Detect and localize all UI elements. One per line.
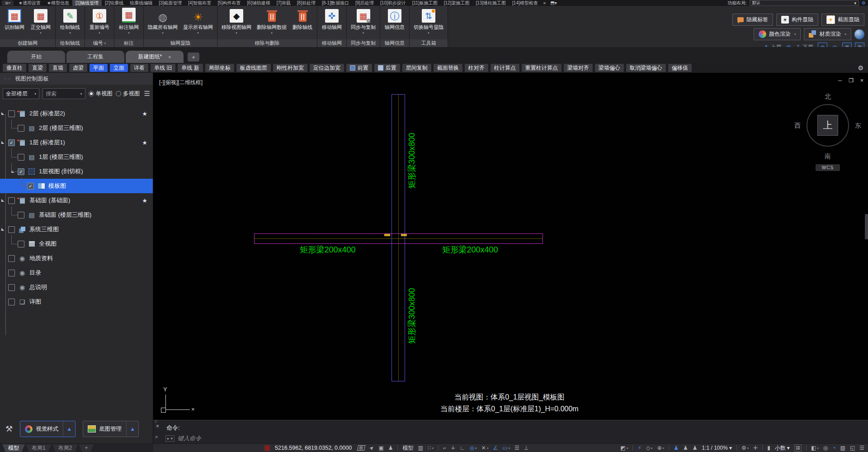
base-map-button[interactable]: 底图管理 ▲ [83,421,139,437]
ortho-grid-button[interactable]: ▦正交轴网▾ [30,8,51,35]
expand-up-icon[interactable]: ▲ [127,426,138,432]
coordinate-display[interactable]: 5216.5962, 6819.0352, 0.0000 [275,445,352,451]
visibility-checkbox[interactable] [18,212,24,219]
material-render-button[interactable]: 材质渲染▾ [804,28,851,40]
toolbar-button-柱计算点[interactable]: 柱计算点 [491,64,519,72]
navigation-compass[interactable]: 北 南 西 东 上 WCS [790,92,866,173]
tree-item-1层楼层三维图[interactable]: ▤1层 (楼层三维图) [0,150,153,164]
visibility-checkbox[interactable]: ✓ [8,139,15,146]
rect-mode-icon[interactable]: ▭▾ [502,445,510,451]
move-grid-button[interactable]: ✜移动轴网 [321,8,342,35]
sync-copy-button[interactable]: ▦⚙同步与复制▾ [351,8,376,35]
drawing-canvas[interactable]: [-][俯视][二维线框] ─ ❐ × 北 南 西 东 上 WCS 矩形梁300… [153,73,868,420]
minimize-icon[interactable]: ─ [838,77,842,84]
grip-mark[interactable] [401,234,407,236]
grip-mark[interactable] [384,234,390,236]
visibility-checkbox[interactable] [8,197,15,204]
person-toggle-icon[interactable]: ♟ [388,445,393,451]
command-input-row[interactable]: ▸▾ 键入命令 [165,434,201,442]
menu-item-3截面管理[interactable]: [3]截面管理 [156,0,185,6]
model-space-toggle[interactable]: 模型 [402,444,413,452]
tree-item-基础面楼层三维图[interactable]: ▤基础面 (楼层三维图) [0,208,153,222]
tools-wrench-icon[interactable]: ⚒ [5,424,13,434]
compass-east[interactable]: 东 [855,122,861,130]
layout-tab-布局2[interactable]: 布局2 [52,444,78,452]
color-render-button[interactable]: 颜色渲染▾ [754,28,801,40]
toolbar-button-定位边加宽[interactable]: 定位边加宽 [310,64,344,72]
component-visibility-button[interactable]: ☀构件显隐 [776,14,818,26]
snap-mode-icon[interactable]: ⌐ [443,445,446,451]
favorite-star-icon[interactable]: ★ [142,139,147,146]
visibility-checkbox[interactable] [8,255,15,262]
status-menu-icon[interactable]: ☰ [859,445,864,451]
visibility-checkbox[interactable] [8,270,15,276]
menu-item-6辅助建模[interactable]: [6]辅助建模 [244,0,274,6]
compass-south[interactable]: 南 [790,152,866,161]
grid-display-icon[interactable]: ∷▾ [428,445,434,451]
compass-west[interactable]: 西 [794,122,801,130]
section-plane-icon[interactable]: ⚡ [637,445,641,451]
menu-item-13墙柱施工图[interactable]: [13]墙柱施工图 [472,0,509,6]
tree-item-基础面基础面[interactable]: ◣基础面 (基础面)★ [0,193,153,208]
view-list-icon[interactable]: ☰ [144,90,150,98]
wcs-badge[interactable]: WCS [816,164,840,171]
line-style-icon[interactable]: ✕▾ [481,445,489,451]
layout-tab-布局1[interactable]: 布局1 [26,444,52,452]
menu-item-1轴线管理[interactable]: [1]轴线管理 [72,0,102,6]
add-tab-button[interactable]: + [188,52,199,62]
visibility-checkbox[interactable] [8,110,15,117]
toolbar-button-单线旧[interactable]: 单线 旧 [151,64,175,72]
app-start-button[interactable]: ▦▾ [2,0,14,5]
toolbar-button-平面[interactable]: 平面 [90,64,108,72]
grid-snap-icon[interactable]: ▥ [418,445,423,451]
polar-tracking-icon[interactable]: ∔ [451,445,455,451]
expander-icon[interactable]: ◣ [1,111,4,115]
image-toggle-icon[interactable]: ▣ [378,445,383,451]
favorite-star-icon[interactable]: ★ [142,110,147,117]
menu-panel-icon[interactable]: ⬒▾ [548,0,559,5]
expander-icon[interactable]: ◣ [1,227,4,231]
draw-axis-button[interactable]: ✎绘制轴线▾ [60,8,80,35]
tree-item-1层视图剖切框[interactable]: ◣✓1层视图 (剖切框) [0,164,153,179]
ortho-mode-icon[interactable]: ⊥ [524,445,528,451]
annotation-scale-icon[interactable]: ♟ [683,445,688,451]
delete-grid-data-button[interactable]: 删除轴网数据▾ [257,8,287,35]
geometric-center-icon[interactable]: ◎▾ [470,445,477,451]
menu-item-14模型检查[interactable]: [14]模型检查 [509,0,541,6]
toolbar-button-垂直柱[interactable]: 垂直柱 [3,64,26,72]
toolbar-button-前置[interactable]: 前置 [346,64,372,72]
quick-calc-icon[interactable]: ⊞ [794,444,802,452]
toolbar-button-梁墙偏心[interactable]: 梁墙偏心 [595,64,624,72]
floor-filter-combobox[interactable]: 全部楼层 ▾ [3,88,39,99]
display-monitor-icon[interactable]: ◧▾ [811,445,819,451]
layout-tab-plus[interactable]: + [79,444,94,452]
toolbar-button-层间复制[interactable]: 层间复制 [402,64,431,72]
menu-item-模型信息[interactable]: ★模型信息 [44,0,72,6]
single-view-radio[interactable]: 单视图 [89,90,113,98]
toolbar-button-直墙[interactable]: 直墙 [49,64,67,72]
search-combobox[interactable]: 搜索 ▾ [42,88,85,99]
toolbar-button-立面[interactable]: 立面 [110,64,128,72]
visibility-checkbox[interactable] [8,299,15,305]
scale-display[interactable]: 1:1 / 100%▾ [702,445,732,451]
hide-all-grids-button[interactable]: ◍隐藏所有轴网▾ [148,8,178,35]
doc-tab-新建图纸[interactable]: 新建图纸*× [126,51,184,63]
menu-item-4智能布置[interactable]: [4]智能布置 [185,0,214,6]
panel-grip-icon[interactable]: ⁙⁙ [4,76,11,81]
search-icon[interactable]: ⌕ [155,434,158,439]
menu-item-5构件布置[interactable]: [5]构件布置 [214,0,244,6]
toolbar-button-偏移值[interactable]: 偏移值 [668,64,692,72]
tree-item-模板图[interactable]: ✓模板图 [0,179,153,193]
render-preview-icon[interactable]: ▧ [840,445,845,451]
tree-item-总说明[interactable]: ◉总说明 [0,280,153,295]
toolbar-button-重置柱计算点[interactable]: 重置柱计算点 [522,64,561,72]
units-precision[interactable]: 小数▾ [775,444,790,452]
plate-toggle-icon[interactable]: 板 [357,445,366,451]
crosshair-icon[interactable]: ✛ [753,445,758,451]
toolbar-button-直梁[interactable]: 直梁 [28,64,47,72]
compass-north[interactable]: 北 [790,93,866,101]
toolbar-button-梁墙对齐[interactable]: 梁墙对齐 [564,64,593,72]
toolbar-button-刚性杆加宽[interactable]: 刚性杆加宽 [273,64,307,72]
tree-item-详图[interactable]: ❏详图 [0,295,153,309]
toggle-axis-label-button[interactable]: ⇅切换轴号显隐▾ [414,8,443,35]
